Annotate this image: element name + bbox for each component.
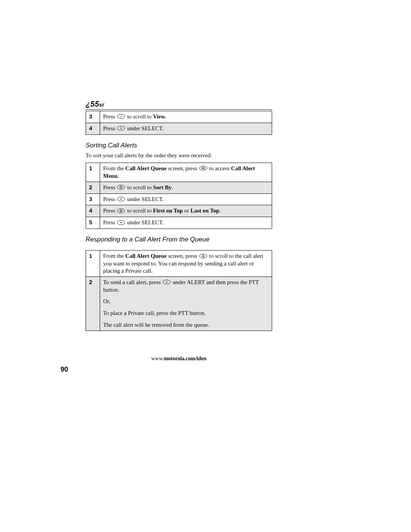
logo-suffix: sr xyxy=(99,102,104,108)
step-number: 1 xyxy=(86,251,100,276)
product-logo: ¿55sr xyxy=(86,100,272,109)
page-content: ¿55sr 3 Press to scroll to View. 4 Press… xyxy=(86,100,272,337)
steps-table-continued: 3 Press to scroll to View. 4 Press under… xyxy=(86,111,272,135)
step-text: Press under SELECT. xyxy=(100,123,272,134)
header-rule xyxy=(86,109,272,110)
steps-table-responding: 1 From the Call Alert Queue screen, pres… xyxy=(86,250,272,331)
table-row: 4 Press to scroll to First on Top or Las… xyxy=(86,205,272,217)
step-text: From the Call Alert Queue screen, press … xyxy=(100,163,272,182)
soft-dot-icon xyxy=(117,125,125,133)
table-row: 1 From the Call Alert Queue screen, pres… xyxy=(86,251,272,276)
logo-main: 55 xyxy=(91,100,99,108)
step-number: 4 xyxy=(86,123,100,134)
nav-4way-icon xyxy=(117,208,125,215)
nav-4way-icon xyxy=(199,253,207,260)
soft-dot-icon xyxy=(117,220,125,227)
step-number: 2 xyxy=(86,182,100,193)
nav-down-icon xyxy=(117,113,125,121)
step-text: Press to scroll to Sort By. xyxy=(100,182,272,193)
step-text: Press to scroll to View. xyxy=(100,111,272,123)
step-number: 3 xyxy=(86,111,100,123)
nav-4way-icon xyxy=(117,184,125,192)
step-number: 3 xyxy=(86,193,100,205)
table-row: 3 Press under SELECT. xyxy=(86,193,272,205)
footer-url: www.motorola.com/iden xyxy=(86,356,272,362)
footer-url-bold: motorola.com/iden xyxy=(164,356,206,361)
page-number: 90 xyxy=(61,366,68,374)
table-row: 2 Press to scroll to Sort By. xyxy=(86,182,272,193)
table-row: 5 Press under SELECT. xyxy=(86,217,272,229)
step-text: Press to scroll to First on Top or Last … xyxy=(100,205,272,217)
table-row: 4 Press under SELECT. xyxy=(86,123,272,134)
section-heading: Sorting Call Alerts xyxy=(86,142,272,149)
section-heading: Responding to a Call Alert From the Queu… xyxy=(86,236,272,243)
soft-dot-icon xyxy=(162,279,171,286)
step-number: 5 xyxy=(86,217,100,229)
table-row: 3 Press to scroll to View. xyxy=(86,111,272,123)
table-row: 2 To send a call alert, press under ALER… xyxy=(86,276,272,331)
step-text: From the Call Alert Queue screen, press … xyxy=(100,251,272,276)
step-text: Press under SELECT. xyxy=(100,193,272,205)
step-text: To send a call alert, press under ALERT … xyxy=(100,276,272,331)
footer-url-prefix: www. xyxy=(151,356,164,361)
section-intro: To sort your call alerts by the order th… xyxy=(86,152,272,159)
step-number: 4 xyxy=(86,205,100,217)
steps-table-sorting: 1 From the Call Alert Queue screen, pres… xyxy=(86,163,272,229)
step-text: Press under SELECT. xyxy=(100,217,272,229)
table-row: 1 From the Call Alert Queue screen, pres… xyxy=(86,163,272,182)
step-number: 2 xyxy=(86,276,100,331)
step-number: 1 xyxy=(86,163,100,182)
logo-italic-i: ¿ xyxy=(86,100,91,108)
menu-key-icon xyxy=(199,165,207,173)
soft-dot-icon xyxy=(117,196,125,203)
